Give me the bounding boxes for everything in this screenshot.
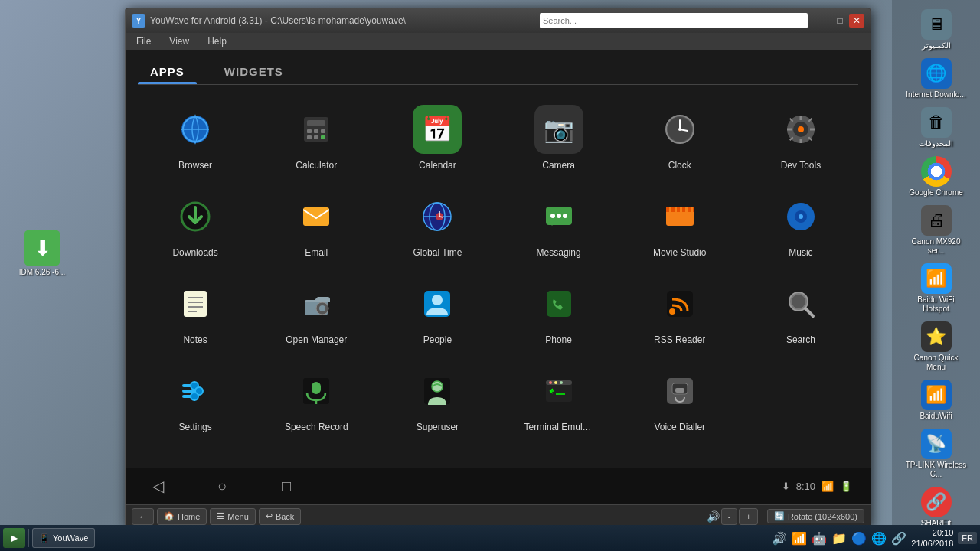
svg-point-30	[557, 214, 561, 218]
nav-recent-button[interactable]: □	[273, 472, 300, 500]
app-item-browser[interactable]: Browser	[138, 97, 253, 178]
app-item-clock[interactable]: Clock	[622, 97, 737, 178]
app-item-phone[interactable]: Phone	[501, 272, 616, 353]
maximize-button[interactable]: □	[832, 14, 848, 28]
tab-apps[interactable]: APPS	[138, 59, 197, 84]
app-item-rssreader[interactable]: RSS Reader	[622, 272, 737, 353]
app-label-downloads: Downloads	[172, 247, 217, 258]
youwave-icon: Y	[132, 14, 145, 28]
app-item-voicedialler[interactable]: Voice Dialler	[622, 359, 737, 440]
menu-button[interactable]: ☰ Menu	[210, 508, 256, 525]
vol-up-button[interactable]: +	[739, 508, 757, 525]
taskbar-lang[interactable]: FR	[958, 532, 977, 544]
desktop-icon-baiduwifi[interactable]: 📶 BaiduWifi	[902, 377, 971, 424]
app-item-calculator[interactable]: Calculator	[259, 97, 374, 178]
tab-widgets[interactable]: WIDGETS	[212, 59, 296, 84]
app-label-email: Email	[305, 247, 328, 258]
battery-icon: 🔋	[840, 481, 852, 492]
taskbar-clock: 20:10 21/06/2018	[911, 527, 953, 549]
desktop-icon-tplink[interactable]: 📡 TP-LINK Wireless C...	[902, 425, 971, 482]
app-label-people: People	[423, 334, 452, 345]
speaker-icon: 🔊	[707, 510, 720, 523]
vol-down-button[interactable]: -	[721, 508, 738, 525]
app-label-search: Search	[786, 334, 815, 345]
taskbar-network[interactable]: 📶	[792, 531, 807, 546]
app-item-camera[interactable]: 📷Camera	[501, 97, 616, 178]
svg-point-31	[563, 214, 567, 218]
app-item-music[interactable]: Music	[743, 184, 858, 266]
svg-point-29	[550, 214, 555, 218]
app-item-email[interactable]: Email	[259, 184, 374, 266]
desktop-icon-idm[interactable]: ⬇ IDM 6.26 -6...	[15, 230, 69, 276]
app-item-terminal[interactable]: Terminal Emula...	[501, 359, 616, 440]
back-button[interactable]: ↩ Back	[259, 508, 301, 525]
desktop-icon-canonquick[interactable]: ⭐ Canon Quick Menu	[902, 318, 971, 375]
desktop-icon-internet[interactable]: 🌐 Internet Downlo...	[902, 55, 971, 103]
svg-point-51	[432, 295, 443, 305]
app-item-messaging[interactable]: Messaging	[501, 184, 616, 266]
menu-help[interactable]: Help	[203, 34, 231, 48]
taskbar-time: 20:10	[911, 527, 953, 538]
desktop-icon-recycle[interactable]: 🗑 المحذوفات	[902, 104, 971, 152]
app-icon-search	[776, 279, 825, 328]
svg-rect-42	[184, 291, 207, 317]
svg-point-15	[678, 128, 681, 131]
app-label-openmanager: Open Manager	[286, 334, 347, 345]
app-item-superuser[interactable]: Superuser	[380, 359, 495, 440]
svg-point-56	[792, 295, 805, 308]
nav-home-button[interactable]: ○	[208, 472, 236, 500]
svg-rect-52	[547, 291, 571, 317]
svg-point-41	[799, 214, 803, 219]
app-item-notes[interactable]: Notes	[138, 272, 253, 353]
app-item-people[interactable]: People	[380, 272, 495, 353]
desktop-icon-baidu[interactable]: 📶 Baidu WiFi Hotspot	[902, 260, 971, 317]
android-time: 8:10	[796, 481, 815, 492]
svg-point-63	[191, 393, 198, 400]
desktop-icon-shareit[interactable]: 🔗 SHAREit	[902, 484, 971, 531]
app-item-search[interactable]: Search	[743, 272, 858, 353]
taskbar-ie2[interactable]: 🔗	[891, 531, 906, 546]
back-arrow-button[interactable]: ←	[132, 508, 154, 525]
app-icon-camera: 📷	[534, 105, 583, 154]
app-item-globaltime[interactable]: Global Time	[380, 184, 495, 266]
title-bar: Y YouWave for Android (3.31) - C:\Users\…	[126, 8, 871, 33]
android-nav: ◁ ○ □ ⬇ 8:10 📶 🔋	[126, 468, 871, 504]
app-item-speechrecord[interactable]: Speech Record	[259, 359, 374, 440]
app-label-clock: Clock	[668, 160, 691, 171]
minimize-button[interactable]: ─	[815, 14, 831, 28]
apps-grid: BrowserCalculator📅Calendar📷CameraClockDe…	[126, 85, 871, 468]
taskbar-speaker[interactable]: 🔊	[772, 531, 787, 546]
svg-point-18	[798, 126, 804, 132]
taskbar-android[interactable]: 🤖	[812, 531, 827, 546]
close-button[interactable]: ✕	[849, 14, 864, 28]
title-search-input[interactable]	[540, 13, 808, 28]
desktop-icon-canon[interactable]: 🖨 Canon MX920 ser...	[902, 202, 971, 259]
taskbar-ie[interactable]: 🌐	[871, 531, 887, 546]
svg-point-71	[549, 381, 552, 384]
rotate-button[interactable]: 🔄 Rotate (1024x600)	[767, 509, 864, 523]
menu-view[interactable]: View	[165, 34, 194, 48]
start-button[interactable]: ▶	[3, 528, 25, 548]
desktop-icon-chrome[interactable]: Google Chrome	[902, 153, 971, 201]
nav-back-button[interactable]: ◁	[144, 472, 172, 500]
menu-bar: File View Help	[126, 33, 871, 50]
app-label-calculator: Calculator	[296, 160, 337, 171]
app-item-moviestudio[interactable]: Movie Studio	[622, 184, 737, 266]
app-item-downloads[interactable]: Downloads	[138, 184, 253, 266]
menu-file[interactable]: File	[132, 34, 155, 48]
app-item-calendar[interactable]: 📅Calendar	[380, 97, 495, 178]
desktop-icon-computer[interactable]: 🖥 الكمبيوتر	[902, 6, 971, 54]
svg-rect-35	[675, 207, 677, 212]
taskbar-folder[interactable]: 📁	[831, 531, 847, 546]
app-item-devtools[interactable]: Dev Tools	[743, 97, 858, 178]
app-item-settings[interactable]: Settings	[138, 359, 253, 440]
android-area: APPS WIDGETS BrowserCalculator📅Calendar📷…	[126, 50, 871, 504]
taskbar-chrome[interactable]: 🔵	[851, 531, 867, 546]
svg-rect-9	[314, 135, 318, 139]
home-button[interactable]: 🏠 Home	[157, 508, 207, 525]
app-icon-openmanager	[292, 279, 341, 328]
app-item-openmanager[interactable]: Open Manager	[259, 272, 374, 353]
app-icon-downloads	[171, 192, 220, 241]
taskbar-youwave[interactable]: 📱 YouWave	[32, 528, 95, 548]
app-label-voicedialler: Voice Dialler	[654, 422, 705, 432]
